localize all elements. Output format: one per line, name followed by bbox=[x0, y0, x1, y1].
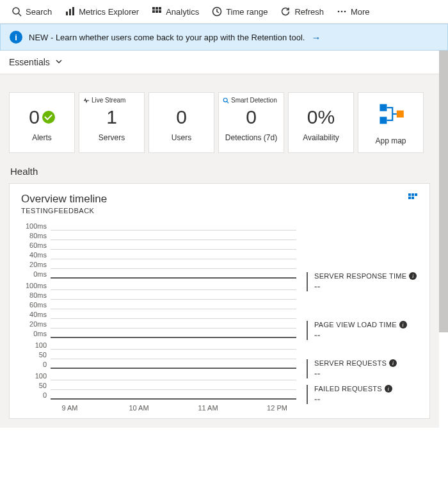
toolbar: Search Metrics Explorer Analytics Time r… bbox=[0, 0, 448, 24]
svg-rect-8 bbox=[152, 10, 155, 13]
tile-servers-value: 1 bbox=[106, 108, 117, 127]
time-range-button[interactable]: Time range bbox=[207, 4, 273, 19]
info-icon[interactable]: i bbox=[399, 321, 407, 329]
tile-detections[interactable]: Smart Detection 0 Detections (7d) bbox=[218, 92, 284, 153]
metrics-explorer-button[interactable]: Metrics Explorer bbox=[60, 4, 144, 19]
metric-title: FAILED REQUESTS bbox=[314, 385, 382, 393]
tile-alerts-value: 0 bbox=[29, 108, 55, 127]
ytick: 60ms bbox=[21, 301, 51, 309]
ytick: 0 bbox=[21, 391, 51, 399]
svg-rect-21 bbox=[412, 193, 414, 196]
health-card: Overview timeline TESTINGFEEDBACK 100ms … bbox=[9, 183, 430, 419]
svg-point-0 bbox=[13, 8, 19, 14]
ytick: 50 bbox=[21, 351, 51, 359]
bar-chart-icon bbox=[65, 6, 75, 17]
svg-rect-22 bbox=[415, 193, 417, 196]
chart-page-view-load-time[interactable]: 100ms 80ms 60ms 40ms 20ms 0ms bbox=[21, 280, 296, 338]
chart-failed-requests[interactable]: 100 50 0 bbox=[21, 371, 296, 400]
metric-failed-requests[interactable]: FAILED REQUESTSi -- bbox=[307, 385, 418, 404]
ytick: 20ms bbox=[21, 261, 51, 268]
svg-rect-20 bbox=[408, 193, 411, 196]
more-label: More bbox=[351, 7, 370, 17]
side-metrics-panel: SERVER RESPONSE TIMEi -- PAGE VIEW LOAD … bbox=[307, 221, 418, 412]
metric-title: PAGE VIEW LOAD TIME bbox=[314, 321, 397, 329]
svg-rect-3 bbox=[69, 9, 71, 15]
tiles-row: 0 Alerts Live Stream 1 Servers 0 Users bbox=[9, 92, 430, 153]
time-range-label: Time range bbox=[226, 7, 268, 17]
xtick: 10 AM bbox=[120, 404, 158, 412]
overview-timeline-subtitle: TESTINGFEEDBACK bbox=[21, 207, 107, 215]
metric-value: -- bbox=[314, 394, 418, 404]
analytics-button[interactable]: Analytics bbox=[147, 4, 204, 19]
info-icon[interactable]: i bbox=[385, 385, 392, 393]
ytick: 100ms bbox=[21, 222, 51, 230]
svg-rect-6 bbox=[156, 7, 158, 10]
svg-point-14 bbox=[344, 11, 346, 13]
svg-point-12 bbox=[338, 11, 340, 13]
metric-server-response-time[interactable]: SERVER RESPONSE TIMEi -- bbox=[307, 272, 418, 291]
svg-point-15 bbox=[223, 98, 227, 102]
search-label: Search bbox=[26, 7, 52, 17]
svg-rect-4 bbox=[72, 7, 74, 15]
tile-availability-label: Availability bbox=[303, 133, 339, 142]
metric-value: -- bbox=[314, 368, 418, 378]
grid-icon bbox=[152, 6, 162, 17]
x-axis: 9 AM 10 AM 11 AM 12 PM bbox=[21, 402, 296, 412]
notification-bar[interactable]: i NEW - Learn whether users come back to… bbox=[0, 24, 448, 51]
chevron-down-icon bbox=[55, 57, 63, 67]
tile-availability-value: 0% bbox=[307, 108, 335, 127]
refresh-icon bbox=[280, 6, 291, 17]
ytick: 100ms bbox=[21, 282, 51, 289]
metric-page-view-load-time[interactable]: PAGE VIEW LOAD TIMEi -- bbox=[307, 321, 418, 340]
svg-rect-10 bbox=[159, 10, 161, 13]
metrics-explorer-label: Metrics Explorer bbox=[79, 7, 139, 17]
tile-servers[interactable]: Live Stream 1 Servers bbox=[79, 92, 145, 153]
essentials-toggle[interactable]: Essentials bbox=[0, 51, 448, 74]
tile-users[interactable]: 0 Users bbox=[148, 92, 214, 153]
chart-area: 100ms 80ms 60ms 40ms 20ms 0ms 100ms 80ms… bbox=[21, 221, 296, 412]
smart-detection-text: Smart Detection bbox=[231, 97, 277, 104]
search-button[interactable]: Search bbox=[6, 4, 57, 19]
scrollbar[interactable] bbox=[439, 51, 448, 332]
ytick: 0ms bbox=[21, 330, 51, 337]
svg-rect-2 bbox=[66, 12, 68, 15]
tile-detections-value: 0 bbox=[246, 108, 257, 127]
tile-appmap[interactable]: App map bbox=[358, 92, 424, 153]
svg-line-1 bbox=[19, 13, 21, 16]
svg-rect-19 bbox=[396, 111, 403, 118]
metric-value: -- bbox=[314, 330, 418, 340]
ytick: 40ms bbox=[21, 251, 51, 259]
tile-alerts[interactable]: 0 Alerts bbox=[9, 92, 75, 153]
ytick: 40ms bbox=[21, 311, 51, 318]
chart-server-response-time[interactable]: 100ms 80ms 60ms 40ms 20ms 0ms bbox=[21, 221, 296, 279]
scrollbar-thumb[interactable] bbox=[439, 51, 448, 332]
tile-servers-label: Servers bbox=[99, 133, 125, 142]
pin-icon[interactable] bbox=[408, 193, 418, 205]
ytick: 100 bbox=[21, 372, 51, 380]
appmap-icon bbox=[377, 100, 405, 130]
metric-title: SERVER RESPONSE TIME bbox=[314, 272, 406, 280]
overview-timeline-title: Overview timeline bbox=[21, 193, 107, 206]
search-icon bbox=[12, 6, 22, 17]
more-icon bbox=[337, 6, 347, 17]
smart-detection-tag: Smart Detection bbox=[223, 97, 277, 104]
svg-rect-7 bbox=[159, 7, 161, 10]
clock-icon bbox=[212, 6, 222, 17]
refresh-button[interactable]: Refresh bbox=[275, 4, 329, 19]
svg-rect-9 bbox=[156, 10, 158, 13]
tile-availability[interactable]: 0% Availability bbox=[288, 92, 354, 153]
ytick: 50 bbox=[21, 382, 51, 389]
info-icon: i bbox=[10, 31, 22, 44]
arrow-right-icon: → bbox=[311, 32, 321, 43]
chart-server-requests[interactable]: 100 50 0 bbox=[21, 340, 296, 369]
metric-server-requests[interactable]: SERVER REQUESTSi -- bbox=[307, 359, 418, 378]
ytick: 100 bbox=[21, 341, 51, 349]
check-icon bbox=[42, 111, 55, 124]
info-icon[interactable]: i bbox=[389, 359, 397, 367]
ytick: 80ms bbox=[21, 291, 51, 299]
ytick: 0 bbox=[21, 361, 51, 368]
info-icon[interactable]: i bbox=[409, 272, 417, 280]
ytick: 80ms bbox=[21, 232, 51, 239]
more-button[interactable]: More bbox=[332, 4, 375, 19]
tile-users-value: 0 bbox=[176, 108, 187, 127]
